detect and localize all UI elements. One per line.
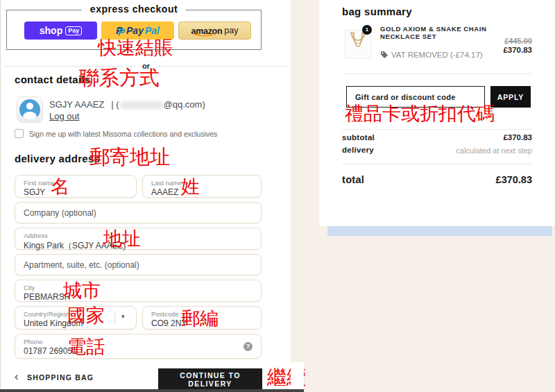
delivery-value: calculated at next step bbox=[456, 146, 532, 155]
avatar-person-icon bbox=[19, 99, 40, 120]
amazon-pay-button[interactable]: amazon pay bbox=[178, 22, 251, 40]
last-name-field[interactable]: Last name AAAEZ bbox=[142, 175, 262, 198]
annotation-last-name: 姓 bbox=[181, 177, 200, 196]
subtotal-label: subtotal bbox=[342, 133, 375, 142]
total-label: total bbox=[342, 174, 364, 185]
discounted-price: £370.83 bbox=[503, 46, 532, 54]
paypal-logo-icon: PP bbox=[116, 25, 125, 37]
chevron-left-icon: ‹ bbox=[15, 370, 18, 383]
phone-help-icon[interactable]: ? bbox=[244, 342, 253, 351]
annotation-delivery-address: 郵寄地址 bbox=[89, 146, 170, 167]
quantity-badge: 1 bbox=[362, 25, 372, 35]
annotation-express-checkout: 快速結賬 bbox=[98, 38, 173, 58]
blue-strip bbox=[327, 226, 552, 236]
company-input[interactable] bbox=[15, 203, 261, 223]
shopping-bag-link[interactable]: SHOPPING BAG bbox=[27, 373, 94, 382]
annotation-contact: 聯系方式 bbox=[79, 67, 160, 88]
paypal-logo-text: Pay bbox=[126, 25, 144, 36]
page-bottom-edge bbox=[0, 389, 304, 392]
amazon-pay-text: pay bbox=[224, 26, 238, 35]
logged-in-user: SGJY AAAEZ| (@qq.com) bbox=[49, 99, 205, 110]
bag-summary-heading: bag summary bbox=[342, 6, 412, 17]
annotation-city: 城市 bbox=[63, 281, 101, 300]
email-redacted bbox=[120, 101, 163, 109]
user-name: SGJY AAAEZ bbox=[49, 99, 104, 110]
amazon-smile-icon bbox=[192, 33, 217, 37]
delivery-label: delivery bbox=[342, 146, 374, 154]
tag-icon bbox=[380, 51, 388, 59]
email-open: | ( bbox=[111, 99, 119, 110]
newsletter-checkbox[interactable] bbox=[15, 129, 24, 138]
annotation-first-name: 名 bbox=[51, 177, 69, 196]
shop-pay-logo: shop bbox=[40, 25, 62, 36]
apartment-field[interactable] bbox=[15, 254, 262, 275]
checkout-page: express checkout shop Pay PP PayPal amaz… bbox=[0, 0, 555, 392]
newsletter-label: Sign me up with latest Missoma collectio… bbox=[29, 130, 217, 138]
logout-link[interactable]: Log out bbox=[49, 111, 79, 121]
express-checkout-title: express checkout bbox=[82, 3, 186, 15]
continue-to-delivery-button[interactable]: CONTINUE TO DELIVERY bbox=[158, 368, 262, 390]
user-avatar bbox=[17, 96, 43, 123]
original-price: £445.00 bbox=[504, 37, 532, 45]
annotation-country: 國家 bbox=[67, 306, 105, 325]
company-field[interactable] bbox=[15, 202, 262, 223]
annotation-phone: 電話 bbox=[67, 337, 105, 357]
email-domain: @qq.com) bbox=[164, 99, 205, 110]
shop-pay-badge: Pay bbox=[65, 26, 82, 35]
apply-button[interactable]: APPLY bbox=[490, 86, 531, 108]
shop-pay-button[interactable]: shop Pay bbox=[24, 22, 97, 40]
total-value: £370.83 bbox=[496, 174, 532, 185]
annotation-postcode: 郵編 bbox=[181, 309, 219, 328]
footer-background bbox=[291, 362, 304, 392]
apartment-input[interactable] bbox=[15, 255, 261, 275]
product-name: GOLD AXIOM & SNAKE CHAIN NECKLACE SET bbox=[380, 26, 512, 40]
delivery-address-heading: delivery address bbox=[15, 153, 100, 164]
city-field[interactable]: City PEBMARSH bbox=[15, 280, 262, 302]
subtotal-value: £370.83 bbox=[503, 133, 532, 142]
chevron-down-icon: ▾ bbox=[121, 313, 125, 320]
annotation-address: 地址 bbox=[103, 229, 141, 248]
annotation-gift-card: 禮品卡或折扣代碼 bbox=[345, 104, 495, 123]
first-name-field[interactable]: First name SGJY bbox=[15, 175, 137, 198]
phone-field[interactable]: Phone 01787 269051 ? bbox=[15, 334, 262, 359]
checkout-main-panel: express checkout shop Pay PP PayPal amaz… bbox=[0, 0, 291, 392]
vat-note: VAT REMOVED (-£74.17) bbox=[380, 51, 483, 59]
